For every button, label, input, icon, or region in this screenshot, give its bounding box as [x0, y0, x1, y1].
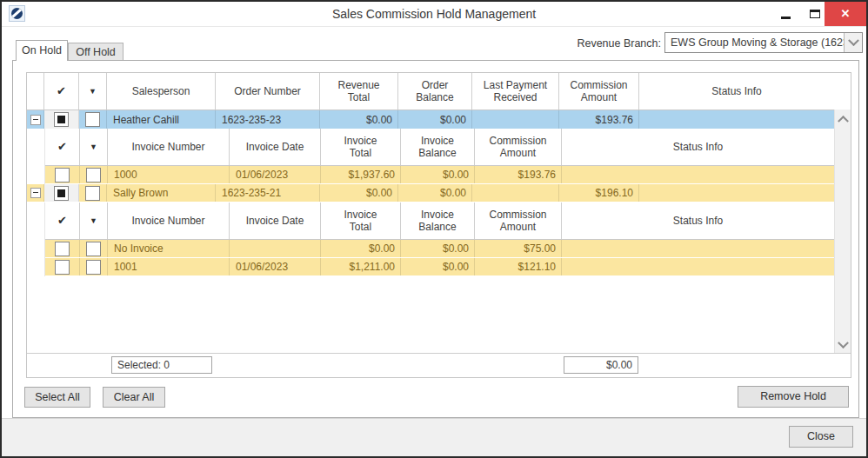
commission-amount-cell: $121.10 [475, 258, 562, 275]
commission-total-box: $0.00 [564, 356, 638, 374]
status-info-cell [639, 110, 834, 129]
invoice-number-column-header[interactable]: Invoice Number [108, 202, 230, 239]
invoice-balance-column-header[interactable]: Invoice Balance [401, 202, 475, 239]
vertical-scrollbar[interactable] [834, 110, 851, 355]
invoice-number-column-header[interactable]: Invoice Number [108, 129, 230, 165]
close-button[interactable]: Close [789, 426, 853, 448]
remove-hold-button[interactable]: Remove Hold [738, 386, 849, 408]
invoice-total-cell: $1,937.60 [321, 166, 401, 183]
select-column-header[interactable]: ✔ [44, 73, 79, 110]
revenue-branch-value: EWS Group Moving & Storage (1623) [665, 37, 844, 49]
select-cell [44, 110, 79, 129]
invoice-flag-checkbox[interactable] [86, 168, 101, 183]
salesperson-cell: Sally Brown [107, 184, 216, 202]
select-column-header[interactable]: ✔ [45, 202, 80, 239]
commission-amount-column-header[interactable]: Commission Amount [475, 202, 562, 239]
scroll-down-button[interactable] [835, 338, 851, 353]
revenue-branch-dropdown[interactable]: EWS Group Moving & Storage (1623) [664, 32, 863, 53]
invoice-grid-header-row: ✔ ▼ Invoice Number Invoice Date Invoice … [45, 129, 834, 166]
clear-all-button[interactable]: Clear All [103, 387, 165, 408]
invoice-select-checkbox[interactable] [55, 168, 70, 183]
last-payment-cell [472, 184, 559, 202]
commission-amount-cell: $193.76 [475, 166, 562, 183]
flag-cell [80, 258, 108, 275]
commission-amount-column-header[interactable]: Commission Amount [475, 129, 562, 165]
status-info-column-header[interactable]: Status Info [562, 202, 834, 239]
dropdown-arrow-icon: ▼ [90, 143, 97, 152]
group-flag-checkbox[interactable] [85, 112, 100, 127]
invoice-balance-cell: $0.00 [401, 240, 475, 257]
order-balance-cell: $0.00 [398, 110, 472, 129]
dropdown-arrow-icon: ▼ [90, 216, 97, 226]
grid-footer: Selected: 0 $0.00 [27, 353, 851, 377]
invoice-flag-checkbox[interactable] [86, 242, 101, 256]
invoice-subgrid: ✔ ▼ Invoice Number Invoice Date Invoice … [44, 202, 834, 276]
check-icon: ✔ [57, 84, 66, 98]
invoice-total-cell: $1,211.00 [321, 258, 401, 275]
invoice-balance-cell: $0.00 [401, 166, 475, 183]
scroll-up-button[interactable] [835, 111, 851, 126]
invoice-row[interactable]: 1000 01/06/2023 $1,937.60 $0.00 $193.76 [45, 166, 834, 184]
flag-column-header[interactable]: ▼ [79, 73, 107, 110]
invoice-grid-header-row: ✔ ▼ Invoice Number Invoice Date Invoice … [45, 202, 834, 240]
invoice-date-column-header[interactable]: Invoice Date [230, 129, 321, 165]
flag-cell [80, 166, 108, 183]
minimize-button[interactable] [771, 2, 800, 26]
select-all-button[interactable]: Select All [24, 387, 90, 408]
revenue-total-column-header[interactable]: Revenue Total [320, 73, 398, 110]
title-bar[interactable]: Sales Commission Hold Management ✕ [2, 2, 866, 27]
sales-commission-hold-dialog: Sales Commission Hold Management ✕ On Ho… [0, 0, 868, 458]
last-payment-cell [472, 110, 559, 129]
window-title: Sales Commission Hold Management [2, 2, 866, 26]
invoice-row[interactable]: No Invoice $0.00 $0.00 $75.00 [45, 240, 834, 258]
flag-column-header[interactable]: ▼ [80, 129, 108, 165]
order-balance-cell: $0.00 [398, 184, 472, 202]
expander-cell [27, 184, 44, 202]
invoice-row[interactable]: 1001 01/06/2023 $1,211.00 $0.00 $121.10 [45, 258, 834, 276]
dropdown-button[interactable] [844, 33, 862, 52]
invoice-select-checkbox[interactable] [55, 242, 70, 256]
salesperson-column-header[interactable]: Salesperson [107, 73, 216, 110]
status-info-column-header[interactable]: Status Info [639, 73, 834, 110]
group-row[interactable]: Heather Cahill 1623-235-23 $0.00 $0.00 $… [27, 110, 834, 129]
invoice-date-cell: 01/06/2023 [230, 258, 321, 275]
tab-off-hold[interactable]: Off Hold [68, 43, 124, 61]
select-column-header[interactable]: ✔ [45, 129, 80, 165]
invoice-date-column-header[interactable]: Invoice Date [230, 202, 321, 239]
revenue-total-cell: $0.00 [320, 184, 398, 202]
invoice-total-column-header[interactable]: Invoice Total [321, 129, 401, 165]
invoice-flag-checkbox[interactable] [86, 260, 101, 275]
last-payment-column-header[interactable]: Last Payment Received [472, 73, 559, 110]
invoice-date-cell [230, 240, 321, 257]
group-flag-checkbox[interactable] [85, 186, 100, 201]
select-cell [45, 166, 80, 183]
collapse-expander-icon[interactable] [30, 188, 41, 198]
order-number-column-header[interactable]: Order Number [216, 73, 320, 110]
expander-cell [27, 110, 44, 129]
flag-cell [80, 240, 108, 257]
tab-on-hold[interactable]: On Hold [16, 40, 68, 61]
select-cell [45, 240, 80, 257]
flag-column-header[interactable]: ▼ [80, 202, 108, 239]
flag-cell [79, 110, 107, 129]
commission-hold-grid: ✔ ▼ Salesperson Order Number Revenue Tot… [26, 72, 851, 378]
close-window-button[interactable]: ✕ [825, 2, 866, 26]
collapse-expander-icon[interactable] [30, 115, 41, 125]
check-icon: ✔ [57, 140, 67, 154]
invoice-total-column-header[interactable]: Invoice Total [321, 202, 401, 239]
expander-column-header [27, 73, 44, 110]
chevron-down-icon [848, 35, 859, 46]
status-info-column-header[interactable]: Status Info [562, 129, 834, 165]
order-balance-column-header[interactable]: Order Balance [398, 73, 472, 110]
invoice-select-checkbox[interactable] [55, 260, 70, 275]
invoice-number-cell: 1000 [108, 166, 230, 183]
group-select-checkbox[interactable] [54, 112, 69, 127]
invoice-balance-column-header[interactable]: Invoice Balance [401, 129, 475, 165]
status-info-cell [562, 258, 834, 275]
flag-cell [79, 184, 107, 202]
group-row[interactable]: Sally Brown 1623-235-21 $0.00 $0.00 $196… [27, 184, 834, 202]
group-select-checkbox[interactable] [54, 186, 69, 201]
invoice-number-cell: 1001 [108, 258, 230, 275]
commission-amount-column-header[interactable]: Commission Amount [559, 73, 639, 110]
minimize-icon [781, 17, 791, 19]
